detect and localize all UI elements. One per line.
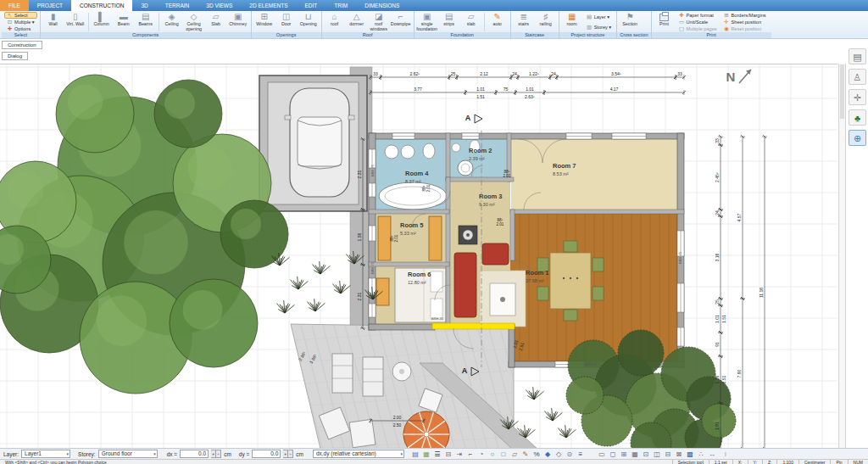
furniture-icon[interactable]: ♙: [849, 69, 866, 85]
tool-icon-12[interactable]: ◆: [542, 450, 553, 459]
application-window: FILEPROJECTCONSTRUCTION3DTERRAIN3D VIEWS…: [0, 0, 868, 464]
tool-icon-7[interactable]: ○: [487, 450, 498, 459]
svg-text:2.01: 2.01: [426, 184, 431, 192]
ribbon-item-roof[interactable]: ⌂roof: [324, 12, 346, 32]
ribbon-item-downpipe[interactable]: ⌐Downpipe: [390, 12, 412, 32]
ribbon-item-reset-position[interactable]: ◉Reset position: [721, 25, 769, 32]
ribbon-item-storey[interactable]: ▥Storey ▾: [584, 24, 615, 31]
svg-text:2.31: 2.31: [357, 170, 362, 178]
ribbon-item-single-foundation[interactable]: ▣single foundation: [416, 12, 438, 32]
tab-project[interactable]: PROJECT: [29, 0, 71, 11]
tool-icon-14[interactable]: ⊙: [565, 450, 575, 459]
tool-icon-6[interactable]: ◔: [476, 450, 487, 459]
ribbon-item-multiple[interactable]: ⊡Multiple ▾: [4, 19, 37, 25]
ribbon-item-print[interactable]: Print: [654, 12, 676, 32]
tool-icon-8[interactable]: □: [498, 450, 509, 459]
ribbon-item-beam[interactable]: ▬Beam: [113, 12, 135, 32]
ribbon-item-multiple-pages[interactable]: ▢Multiple pages: [676, 25, 720, 32]
tab-terrain[interactable]: TERRAIN: [157, 0, 198, 11]
tool-icon-b-10[interactable]: ↔: [707, 450, 717, 459]
ribbon-item-ceiling[interactable]: ◈Ceiling: [161, 12, 183, 32]
ribbon-item-select[interactable]: ↖Select: [4, 12, 37, 19]
ribbon-item-room[interactable]: ▦room: [561, 12, 583, 32]
ribbon-item-slab[interactable]: ▱Slab: [205, 12, 227, 32]
ribbon-item-virt-wall[interactable]: ▯Virt. Wall: [64, 12, 86, 32]
tab-3d[interactable]: 3D: [132, 0, 156, 11]
svg-text:N: N: [726, 70, 736, 84]
storey-select[interactable]: Ground floor: [98, 450, 158, 458]
coordinate-mode-select[interactable]: dx,dy (relative cartesian): [313, 450, 404, 458]
dy-input[interactable]: 0.0: [252, 450, 281, 458]
floor-plan-canvas[interactable]: 332.62⁵252.12241.22⁵243.54⁵333.771.011.5…: [0, 64, 837, 448]
panel-tab-construction[interactable]: Construction: [2, 41, 42, 49]
tool-icon-0[interactable]: ▤: [410, 450, 420, 459]
ribbon-item-railing[interactable]: ♯railing: [535, 12, 557, 32]
ribbon-item-paper-format[interactable]: ✚Paper format: [676, 12, 720, 19]
tool-icon-4[interactable]: ⇥: [454, 450, 465, 459]
tool-icon-b-4[interactable]: ⊡: [641, 450, 651, 459]
ribbon-item-borders-margins[interactable]: ⊞Borders/Margins: [721, 12, 769, 19]
ribbon-item-label: Layer ▾: [594, 14, 609, 20]
vertical-scrollbar[interactable]: [838, 64, 846, 448]
ribbon-item-chimney[interactable]: ▣Chimney: [227, 12, 249, 32]
tool-icon-b-5[interactable]: ◫: [652, 450, 662, 459]
layers-icon[interactable]: ▤: [849, 48, 866, 64]
ribbon-item-unit-scale[interactable]: ▭Unit/Scale: [676, 19, 720, 25]
tab-file[interactable]: FILE: [0, 0, 29, 11]
ribbon-item-options[interactable]: ✚Options: [4, 25, 37, 32]
tab-3d-views[interactable]: 3D VIEWS: [198, 0, 241, 11]
tab-edit[interactable]: EDIT: [297, 0, 326, 11]
panel-tab-dialog[interactable]: Dialog: [2, 52, 28, 60]
ribbon-item-opening[interactable]: ⊔Opening: [298, 12, 320, 32]
dx-input[interactable]: 0.0: [180, 450, 209, 458]
tool-icon-15[interactable]: ≡: [576, 450, 586, 459]
tool-icon-5[interactable]: ⌐: [465, 450, 476, 459]
dy-stepper[interactable]: +−: [283, 450, 293, 458]
tool-icon-2[interactable]: ☰: [432, 450, 442, 459]
ribbon-item-ceiling-opening[interactable]: ◇Ceiling opening: [183, 12, 205, 32]
tool-icon-b-6[interactable]: ⊟: [663, 450, 673, 459]
ribbon-item-column[interactable]: ▌Column: [91, 12, 113, 32]
tool-icon-b-2[interactable]: ⊞: [619, 450, 629, 459]
tool-icon-b-9[interactable]: ∴: [696, 450, 706, 459]
ribbon-item-stairs[interactable]: ≣stairs: [513, 12, 535, 32]
ribbon-item-auto[interactable]: ✎auto: [487, 12, 509, 32]
move-icon[interactable]: ✛: [849, 89, 866, 105]
svg-text:8.53 m²: 8.53 m²: [553, 171, 569, 176]
ribbon-item-door[interactable]: ◫Door: [275, 12, 298, 32]
tool-icon-1[interactable]: ▦: [421, 450, 431, 459]
ribbon-item-beams[interactable]: ▤Beams: [135, 12, 157, 32]
tool-icon-3[interactable]: ⊟: [443, 450, 453, 459]
ribbon-item-slab[interactable]: ▱slab: [460, 12, 482, 32]
ribbon-item-section[interactable]: ⚑Section: [619, 12, 641, 32]
tool-icon-10[interactable]: ✎: [520, 450, 531, 459]
dx-stepper[interactable]: +−: [211, 450, 221, 458]
tab-2d-elements[interactable]: 2D ELEMENTS: [241, 0, 296, 11]
scrollbar-thumb[interactable]: [840, 64, 844, 119]
ribbon-item-strips[interactable]: ▤strips: [438, 12, 460, 32]
tool-icon-b-3[interactable]: ▦: [630, 450, 640, 459]
group-separator: [484, 13, 485, 31]
pan-icon[interactable]: ⊕: [849, 130, 866, 146]
tab-dimensions[interactable]: DIMENSIONS: [356, 0, 408, 11]
svg-text:3.77: 3.77: [414, 87, 422, 92]
ribbon-item-sheet-position[interactable]: ✛Sheet position: [721, 19, 769, 25]
tab-construction[interactable]: CONSTRUCTION: [71, 0, 132, 11]
tab-trim[interactable]: TRIM: [326, 0, 356, 11]
tool-icon-b-7[interactable]: ⊠: [674, 450, 684, 459]
ribbon-item-layer[interactable]: ▤Layer ▾: [584, 14, 615, 20]
tree-icon[interactable]: ♣: [849, 109, 866, 126]
tool-icon-13[interactable]: ◇: [554, 450, 564, 459]
ribbon-item-label: Multiple ▾: [14, 20, 35, 25]
tool-icon-9[interactable]: ▱: [509, 450, 520, 459]
tool-icon-b-8[interactable]: ▩: [685, 450, 695, 459]
tool-icon-b-0[interactable]: ▭: [597, 450, 607, 459]
ribbon-item-roof-windows[interactable]: ◪roof windows: [368, 12, 390, 32]
ribbon-item-wall[interactable]: ▮Wall: [42, 12, 64, 32]
layer-select[interactable]: Layer1: [21, 450, 70, 458]
floor-plan-drawing[interactable]: 332.62⁵252.12241.22⁵243.54⁵333.771.011.5…: [0, 64, 837, 449]
ribbon-item-window[interactable]: ⊞Window: [253, 12, 275, 32]
ribbon-item-dormer[interactable]: △dormer: [346, 12, 368, 32]
tool-icon-b-1[interactable]: ◻: [608, 450, 618, 459]
tool-icon-11[interactable]: %: [531, 450, 542, 459]
